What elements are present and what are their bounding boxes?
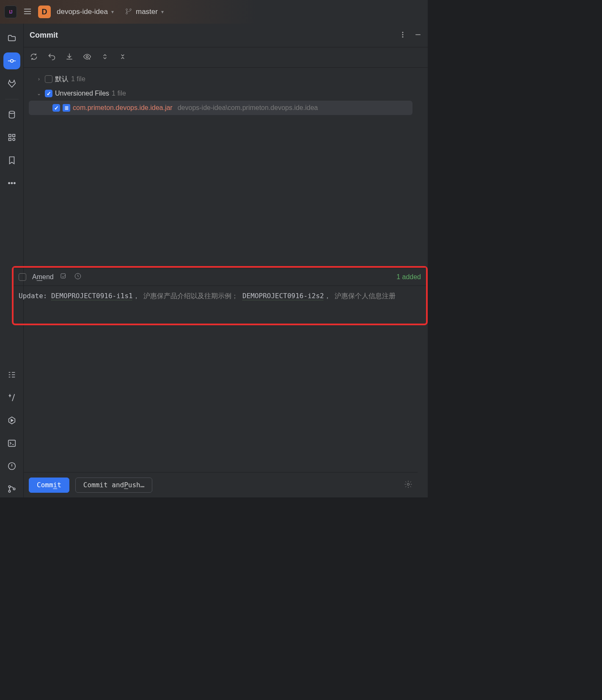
amend-checkbox[interactable] [19, 273, 26, 281]
build-tool-button[interactable] [3, 389, 20, 406]
panel-title: Commit [30, 31, 58, 40]
commit-options-bar: Amend 1 added [14, 268, 426, 285]
svg-point-10 [11, 182, 12, 184]
unversioned-checkbox[interactable] [45, 90, 52, 97]
file-path-label: devops-ide-idea\com.primeton.devops.ide.… [178, 104, 318, 112]
run-tool-button[interactable] [3, 412, 20, 429]
unversioned-files-node[interactable]: ⌄ Unversioned Files 1 file [29, 86, 412, 101]
branch-name-label: master [136, 8, 158, 16]
svg-point-2 [130, 8, 132, 10]
panel-options-button[interactable] [399, 31, 407, 40]
todo-tool-button[interactable] [3, 366, 20, 383]
unversioned-label: Unversioned Files [55, 90, 109, 97]
svg-point-18 [402, 34, 403, 35]
shelve-button[interactable] [65, 52, 74, 62]
commit-panel: Commit › 默认 [24, 24, 428, 497]
chevron-down-icon: ▾ [161, 9, 164, 15]
bookmarks-tool-button[interactable] [3, 152, 20, 169]
database-tool-button[interactable] [3, 106, 20, 123]
svg-point-4 [9, 111, 14, 114]
svg-point-9 [8, 182, 9, 184]
svg-point-15 [8, 490, 11, 492]
branch-selector[interactable]: master ▾ [125, 8, 164, 16]
commit-checks-icon[interactable] [60, 272, 67, 281]
problems-tool-button[interactable] [3, 458, 20, 475]
svg-point-14 [8, 486, 11, 488]
svg-point-1 [126, 12, 128, 14]
file-row[interactable]: ☰ com.primeton.devops.ide.idea.jar devop… [29, 101, 412, 115]
svg-rect-21 [61, 274, 66, 278]
terminal-tool-button[interactable] [3, 435, 20, 452]
commit-settings-button[interactable] [404, 480, 412, 490]
unversioned-count: 1 file [112, 90, 126, 97]
svg-point-20 [86, 56, 88, 58]
branch-icon [125, 8, 132, 16]
svg-point-19 [402, 36, 403, 37]
svg-rect-7 [8, 138, 11, 141]
project-selector[interactable]: devops-ide-idea ▾ [57, 8, 114, 16]
svg-rect-5 [8, 135, 11, 137]
commit-history-icon[interactable] [74, 272, 82, 281]
amend-label: Amend [32, 273, 54, 281]
svg-rect-12 [8, 440, 15, 447]
collapse-all-button[interactable] [118, 52, 127, 62]
expand-icon[interactable]: › [36, 76, 42, 82]
collapse-icon[interactable]: ⌄ [36, 91, 42, 96]
project-tool-button[interactable] [3, 30, 20, 47]
expand-all-button[interactable] [101, 52, 109, 62]
changelist-default[interactable]: › 默认 1 file [29, 72, 412, 86]
commit-and-push-button[interactable]: Commit and Push… [75, 478, 153, 493]
svg-point-11 [14, 182, 15, 184]
commit-button[interactable]: Commit [29, 478, 69, 493]
commit-footer: Commit Commit and Push… [24, 472, 418, 497]
title-bar: IJ D devops-ide-idea ▾ master ▾ [0, 0, 428, 24]
file-name-label: com.primeton.devops.ide.idea.jar [73, 104, 173, 112]
svg-point-17 [402, 32, 403, 33]
gitlab-tool-button[interactable] [3, 75, 20, 92]
commit-message-input[interactable]: Update: DEMOPROJECT0916-i1s1， 沪惠保产品介绍以及往… [14, 285, 426, 324]
hide-panel-button[interactable] [414, 31, 422, 40]
diff-preview-button[interactable] [83, 52, 91, 62]
changelist-default-checkbox[interactable] [45, 75, 52, 83]
changelist-default-label: 默认 [55, 75, 69, 84]
project-badge: D [38, 5, 51, 18]
main-menu-button[interactable] [23, 7, 32, 17]
commit-tool-button[interactable] [3, 52, 20, 69]
rollback-button[interactable] [47, 52, 56, 62]
highlighted-region: Amend 1 added Update: DEMOPROJECT0916-i1… [12, 266, 428, 325]
project-name-label: devops-ide-idea [57, 8, 108, 16]
svg-point-8 [12, 138, 15, 141]
jar-file-icon: ☰ [63, 104, 70, 112]
chevron-down-icon: ▾ [111, 9, 114, 15]
app-icon[interactable]: IJ [4, 5, 17, 18]
structure-tool-button[interactable] [3, 129, 20, 146]
commit-toolbar [24, 47, 428, 68]
svg-point-23 [407, 483, 410, 486]
svg-point-16 [13, 488, 15, 490]
vcs-tool-button[interactable] [3, 480, 20, 497]
svg-rect-6 [12, 135, 15, 137]
left-tool-strip [0, 24, 24, 497]
svg-point-0 [126, 8, 128, 10]
svg-point-3 [10, 60, 13, 62]
changelist-default-count: 1 file [71, 75, 85, 83]
added-count-label: 1 added [396, 273, 421, 281]
changes-tree: › 默认 1 file ⌄ Unversioned Files 1 file ☰… [24, 68, 418, 119]
refresh-button[interactable] [30, 52, 38, 62]
file-checkbox[interactable] [52, 104, 60, 112]
more-tools-button[interactable] [3, 175, 20, 192]
